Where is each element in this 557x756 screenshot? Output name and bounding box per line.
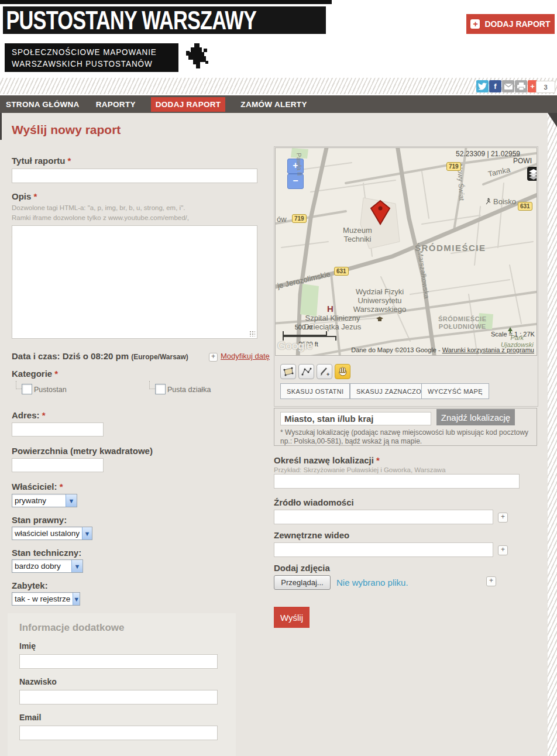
map-marker-pin[interactable] bbox=[370, 200, 391, 225]
title-input[interactable] bbox=[12, 169, 257, 183]
categories-label-text: Kategorie bbox=[12, 369, 52, 379]
resize-grip-icon[interactable] bbox=[249, 331, 255, 336]
nav-item-alerts[interactable]: ZAMÓW ALERTY bbox=[239, 97, 308, 112]
left-fold-decoration bbox=[0, 113, 2, 140]
google-logo[interactable]: Google bbox=[277, 339, 312, 352]
location-name-label: Określ nazwę lokalizacji * bbox=[274, 455, 380, 465]
chevron-down-icon: ▼ bbox=[73, 593, 80, 605]
tagline-line2: WARSZAWSKICH PUSTOSTANÓW bbox=[12, 58, 162, 70]
title-label: Tytuł raportu * bbox=[12, 156, 71, 166]
datetime-label: Data i czas: bbox=[12, 351, 60, 361]
lastname-input[interactable] bbox=[19, 690, 218, 705]
category-checkbox-pustostan[interactable] bbox=[22, 384, 32, 394]
add-news-source-button[interactable]: + bbox=[498, 513, 508, 523]
area-label: Powierzchnia (metry kwadratowe) bbox=[12, 446, 153, 456]
svg-text:+: + bbox=[326, 372, 329, 377]
description-textarea[interactable] bbox=[12, 225, 257, 339]
plus-glyph: + bbox=[501, 513, 505, 521]
draw-polyline-tool[interactable] bbox=[298, 364, 314, 379]
owner-select-value: prywatny bbox=[12, 496, 66, 505]
map-label-srodmiescie-poludniowe: ŚRÓDMIEŚCIE POŁUDNIOWE bbox=[438, 315, 487, 331]
chevron-down-icon: ▼ bbox=[71, 560, 82, 572]
draw-marker-tool[interactable]: + bbox=[317, 364, 332, 379]
firstname-input[interactable] bbox=[19, 654, 218, 669]
technical-label: Stan techniczny: bbox=[12, 548, 81, 558]
add-report-button[interactable]: + DODAJ RAPORT bbox=[466, 14, 555, 34]
owner-select[interactable]: prywatny ▼ bbox=[12, 494, 77, 507]
title-label-text: Tytuł raportu bbox=[12, 156, 65, 166]
area-input[interactable] bbox=[12, 458, 104, 472]
layers-icon[interactable] bbox=[527, 166, 537, 181]
nav-item-home[interactable]: STRONA GŁÓWNA bbox=[5, 97, 81, 112]
route-badge-631: 631 bbox=[334, 267, 349, 276]
email-input[interactable] bbox=[19, 726, 218, 740]
add-report-label: DODAJ RAPORT bbox=[484, 19, 550, 29]
location-name-label-text: Określ nazwę lokalizacji bbox=[274, 455, 374, 465]
university-icon bbox=[376, 317, 383, 322]
category-checkbox-pusta-dzialka[interactable] bbox=[155, 384, 166, 394]
lastname-label: Nazwisko bbox=[19, 677, 57, 686]
modify-date-link[interactable]: Modyfikuj datę bbox=[221, 352, 270, 360]
plus-glyph: + bbox=[501, 545, 505, 554]
clear-map-button[interactable]: WYCZYŚĆ MAPĘ bbox=[421, 383, 489, 399]
pan-hand-tool[interactable] bbox=[335, 364, 350, 379]
delete-last-button[interactable]: SKASUJ OSTATNI bbox=[280, 383, 350, 399]
legal-select-value: właściciel ustalony bbox=[12, 529, 82, 538]
splat-logo-icon bbox=[186, 43, 211, 70]
draw-polygon-tool[interactable] bbox=[280, 364, 296, 379]
email-label: Email bbox=[19, 713, 41, 722]
legal-select[interactable]: właściciel ustalony ▼ bbox=[12, 527, 92, 540]
email-icon[interactable] bbox=[502, 80, 514, 92]
share-strip bbox=[0, 78, 557, 94]
location-search-panel: Znajdź lokalizację * Wyszukaj lokalizacj… bbox=[274, 408, 537, 446]
address-input[interactable] bbox=[12, 422, 104, 437]
add-photos-label: Dodaj zdjęcia bbox=[274, 563, 330, 573]
polyline-icon bbox=[301, 367, 312, 376]
map[interactable]: + − 52.23309 | 21.02959 POWI Pawła II bbox=[275, 147, 537, 356]
find-location-button[interactable]: Znajdź lokalizację bbox=[436, 409, 515, 425]
news-source-input[interactable] bbox=[274, 510, 493, 524]
share-count: 3 bbox=[544, 84, 547, 91]
main-nav: STRONA GŁÓWNA RAPORTY DODAJ RAPORT ZAMÓW… bbox=[0, 95, 557, 113]
monument-select[interactable]: tak - w rejestrze ▼ bbox=[12, 592, 80, 606]
news-source-label: Źródło wiadomości bbox=[274, 497, 354, 507]
owner-label-text: Właściciel: bbox=[12, 482, 57, 492]
twitter-icon[interactable] bbox=[476, 80, 489, 92]
additional-info-title: Informacje dodatkowe bbox=[19, 622, 124, 634]
location-search-input[interactable] bbox=[280, 412, 431, 425]
terms-link[interactable]: Warunki korzystania z programu bbox=[442, 346, 534, 353]
map-label-srodmiescie: ŚRÓDMIEŚCIE bbox=[415, 243, 486, 253]
technical-select[interactable]: bardzo dobry ▼ bbox=[12, 559, 83, 573]
nav-item-reports[interactable]: RAPORTY bbox=[95, 97, 137, 112]
browse-file-button[interactable]: Przeglądaj... bbox=[274, 575, 331, 590]
monument-select-value: tak - w rejestrze bbox=[12, 595, 73, 603]
print-icon[interactable] bbox=[515, 80, 527, 92]
location-name-input[interactable] bbox=[274, 474, 520, 489]
required-star: * bbox=[42, 410, 46, 420]
address-label: Adres: * bbox=[12, 410, 46, 420]
add-video-button[interactable]: + bbox=[498, 545, 508, 555]
coordinates-readout: 52.23309 | 21.02959 bbox=[456, 150, 520, 158]
sports-icon bbox=[485, 198, 491, 205]
site-logo[interactable]: PUSTOSTANY WARSZAWY bbox=[3, 6, 326, 34]
share-count-badge: 3 bbox=[536, 81, 555, 93]
hospital-icon: H bbox=[327, 304, 333, 314]
facebook-letter: f bbox=[494, 82, 496, 91]
attribution-text: Dane do Mapy ©2013 Google - bbox=[351, 346, 442, 353]
add-photo-button[interactable]: + bbox=[486, 576, 496, 586]
location-search-help: * Wyszukaj lokalizację (podając nazwę mi… bbox=[280, 428, 531, 446]
nav-item-add-report[interactable]: DODAJ RAPORT bbox=[151, 97, 226, 112]
facebook-icon[interactable]: f bbox=[489, 80, 501, 92]
scale-metric-label: 500 m bbox=[283, 324, 325, 331]
map-label-powisle: POWI bbox=[513, 157, 532, 165]
no-file-text: Nie wybrano pliku. bbox=[336, 578, 408, 587]
modify-date-plus-icon[interactable]: + bbox=[209, 353, 218, 362]
scale-bar-metric bbox=[283, 331, 327, 336]
zoom-out-button[interactable]: − bbox=[287, 174, 304, 189]
external-video-input[interactable] bbox=[274, 542, 493, 557]
plus-glyph: + bbox=[489, 576, 493, 585]
site-tagline: SPOŁECZNOŚCIOWE MAPOWANIE WARSZAWSKICH P… bbox=[5, 43, 178, 72]
submit-button[interactable]: Wyślij bbox=[274, 607, 310, 628]
map-attribution: Dane do Mapy ©2013 Google - Warunki korz… bbox=[351, 346, 534, 353]
plus-icon: + bbox=[470, 19, 480, 29]
